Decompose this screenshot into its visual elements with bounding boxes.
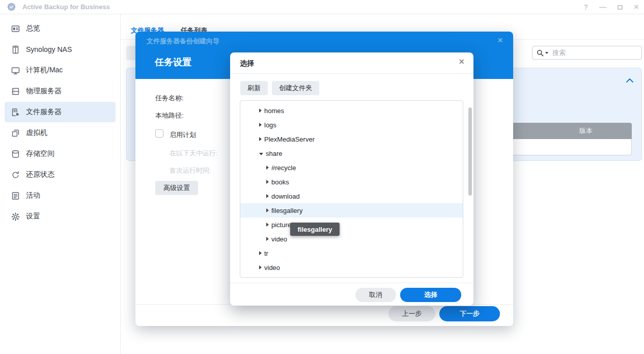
wizard-title: 文件服务器备份创建向导 [147,37,219,46]
sidebar-item-label: 活动 [26,191,40,200]
select-folder-dialog: 选择 × 刷新 创建文件夹 homes logs PlexMediaServer… [230,52,473,306]
folder-tree: homes logs PlexMediaServer share #recycl… [240,100,463,278]
sidebar-item-restore-status[interactable]: 还原状态 [5,165,116,185]
chevron-right-icon[interactable] [266,223,269,227]
task-name-label: 任务名称: [155,94,184,103]
physical-server-icon [11,87,20,96]
select-dialog-header: 选择 × [230,52,473,74]
sidebar-item-overview[interactable]: 总览 [5,18,116,39]
version-column-header[interactable]: 版本 [555,123,617,139]
chevron-right-icon[interactable] [259,137,262,141]
app-title: Active Backup for Business [22,3,110,11]
sidebar-item-label: 虚拟机 [26,128,47,138]
chevron-right-icon[interactable] [266,194,269,198]
tree-item-homes[interactable]: homes [240,103,463,118]
sidebar: 总览 Synology NAS 计算机/Mac 物理服务器 文件服务器 虚拟机 … [0,14,121,354]
enable-schedule-checkbox[interactable] [155,129,163,138]
tree-item-tr[interactable]: tr [240,246,463,260]
virtual-machine-icon [11,129,20,138]
run-days-label: 在以下天中运行: [170,149,218,158]
sidebar-item-virtual-machine[interactable]: 虚拟机 [5,123,116,143]
wizard-close-icon[interactable]: × [497,35,503,46]
advanced-settings-button[interactable]: 高级设置 [155,181,198,195]
storage-icon [11,150,20,158]
sidebar-item-label: 物理服务器 [26,87,62,96]
tree-item-download[interactable]: download [240,189,463,203]
tree-scrollbar-thumb[interactable] [468,107,472,196]
chevron-right-icon[interactable] [266,180,269,184]
wizard-step-title: 任务设置 [155,56,191,68]
tree-item-filesgallery[interactable]: filesgallery [240,203,463,217]
close-window-icon[interactable]: × [634,0,639,14]
chevron-right-icon[interactable] [259,251,262,255]
chevron-right-icon[interactable] [266,166,269,170]
enable-schedule-label: 启用计划 [170,130,196,140]
tree-item-video[interactable]: video [240,260,463,275]
search-input[interactable] [552,49,637,57]
restore-status-icon [11,171,20,179]
chevron-right-icon[interactable] [259,123,262,127]
create-folder-button[interactable]: 创建文件夹 [272,81,319,95]
cancel-button[interactable]: 取消 [355,288,396,302]
nas-icon [11,45,20,54]
maximize-icon[interactable] [618,0,623,14]
overview-icon [11,24,20,33]
local-path-label: 本地路径: [155,111,184,120]
activity-icon [11,192,20,200]
maximize-box [618,5,623,10]
tree-item-share[interactable]: share [240,146,463,160]
sidebar-item-activity[interactable]: 活动 [5,185,116,206]
tree-item-plexmediaserver[interactable]: PlexMediaServer [240,132,463,146]
computer-icon [11,66,20,75]
select-button[interactable]: 选择 [400,288,461,302]
chevron-right-icon[interactable] [259,265,262,269]
select-dialog-footer-divider [230,283,473,283]
sidebar-item-storage[interactable]: 存储空间 [5,144,116,164]
search-filter-caret-icon[interactable] [545,52,548,54]
sidebar-item-file-server[interactable]: 文件服务器 [5,102,116,122]
chevron-up-icon[interactable] [626,76,633,84]
sidebar-item-label: 计算机/Mac [26,66,63,75]
first-run-time-label: 首次运行时间: [170,166,211,175]
sidebar-item-settings[interactable]: 设置 [5,206,116,227]
tree-item-pictures[interactable]: pictures [240,217,463,232]
sidebar-item-computer-mac[interactable]: 计算机/Mac [5,60,116,80]
next-step-button[interactable]: 下一步 [439,306,500,321]
sidebar-item-label: 设置 [26,212,40,221]
minimize-icon[interactable]: — [599,0,606,14]
sidebar-item-physical-server[interactable]: 物理服务器 [5,81,116,101]
sidebar-item-label: 还原状态 [26,170,54,179]
select-dialog-toolbar: 刷新 创建文件夹 [240,81,319,95]
file-server-icon [11,108,20,117]
window-title-bar: Active Backup for Business ? — × [0,0,644,14]
select-dialog-close-icon[interactable]: × [459,57,464,67]
app-logo-icon [7,3,16,11]
sidebar-item-label: 存储空间 [26,149,54,158]
chevron-right-icon[interactable] [259,108,262,113]
previous-step-button[interactable]: 上一步 [388,306,435,321]
chevron-right-icon[interactable] [266,208,269,212]
chevron-down-icon[interactable] [259,153,263,155]
search-box [532,46,642,60]
sidebar-item-label: 总览 [26,24,40,33]
refresh-button[interactable]: 刷新 [240,81,268,95]
sidebar-item-label: Synology NAS [26,45,72,53]
sidebar-item-label: 文件服务器 [26,107,62,117]
tree-item-video-child[interactable]: video [240,232,463,246]
tree-item-books[interactable]: books [240,175,463,189]
select-dialog-title: 选择 [240,59,254,68]
settings-gear-icon [11,212,20,221]
help-icon[interactable]: ? [584,0,589,14]
chevron-right-icon[interactable] [266,237,269,241]
tree-item-logs[interactable]: logs [240,118,463,132]
sidebar-item-synology-nas[interactable]: Synology NAS [5,39,116,60]
folder-tooltip: filesgallery [290,223,340,236]
tree-item-recycle[interactable]: #recycle [240,160,463,175]
search-icon[interactable] [537,49,544,57]
